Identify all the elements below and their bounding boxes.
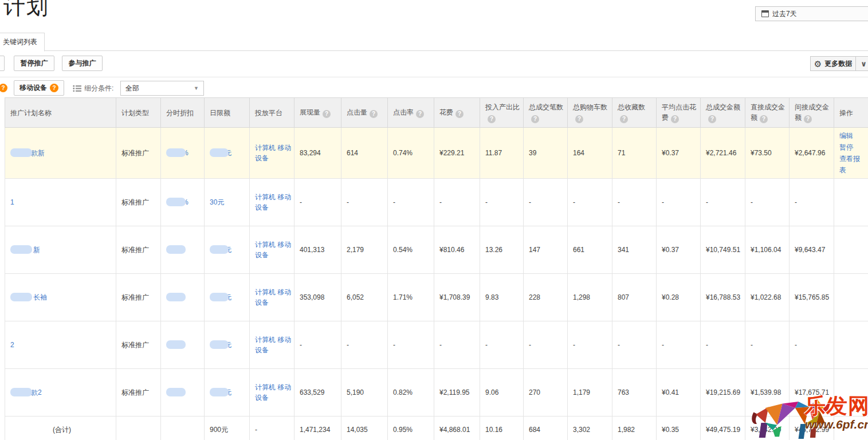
platform-link[interactable]: 计算机 移动设备 xyxy=(255,383,291,402)
help-icon[interactable]: ? xyxy=(455,110,464,118)
impressions-value: 353,098 xyxy=(300,293,324,301)
column-header-label: 点击率 xyxy=(393,108,414,116)
blurred-value-patch xyxy=(10,388,32,396)
campaign-name-link[interactable]: 1 xyxy=(10,198,14,206)
tabbar-divider xyxy=(0,50,868,51)
column-header-5: 投放平台 xyxy=(250,98,294,128)
platform-link[interactable]: 计算机 移动设备 xyxy=(255,241,291,259)
cell-actions xyxy=(834,369,868,417)
favorites-value: 71 xyxy=(618,149,625,157)
help-icon[interactable]: ? xyxy=(531,115,539,123)
campaign-name-link[interactable]: 2 xyxy=(10,341,14,349)
column-header-label: 计划类型 xyxy=(121,109,149,117)
cell-platform: 计算机 移动设备 xyxy=(250,274,294,321)
help-icon[interactable]: ? xyxy=(760,115,768,123)
cell-carts: 1,179 xyxy=(568,369,612,417)
platform-link[interactable]: 计算机 移动设备 xyxy=(255,288,291,307)
help-icon[interactable]: ? xyxy=(708,115,716,123)
segment-condition-select[interactable]: 全部 ▼ xyxy=(120,81,204,96)
tab-keyword-list-label: 关键词列表 xyxy=(3,37,37,47)
carts-value: 661 xyxy=(573,246,584,254)
cell-platform: 计算机 移动设备 xyxy=(250,128,294,179)
cell-ctr: 0.74% xyxy=(388,128,434,179)
help-icon-clipped[interactable]: ? xyxy=(0,84,7,92)
blurred-value-patch xyxy=(210,340,229,349)
platform-link[interactable]: 计算机 移动设备 xyxy=(255,144,291,162)
cell-campaign-name: 秋款2 xyxy=(5,369,116,417)
carts-value: 1,298 xyxy=(573,293,590,301)
tab-keyword-list[interactable]: 关键词列表 xyxy=(0,33,45,52)
table-row: 秋款2标准推广元计算机 移动设备633,5295,1900.82%¥2,119.… xyxy=(5,369,868,417)
cell-campaign-name: 长袖 xyxy=(5,274,116,321)
cell-totals-indirect-revenue: ¥45,732.99 xyxy=(790,417,834,440)
cell-direct-revenue: - xyxy=(745,321,790,369)
cell-carts: 661 xyxy=(568,226,612,274)
totals-label: (合计) xyxy=(10,425,113,435)
platform-link[interactable]: 计算机 移动设备 xyxy=(255,336,291,354)
indirect-revenue-value: ¥9,643.47 xyxy=(795,246,825,254)
help-icon[interactable]: ? xyxy=(323,110,331,118)
more-data-dropdown-button[interactable]: ∨ xyxy=(856,56,868,71)
cell-empty xyxy=(116,417,161,440)
column-header-8: 点击率? xyxy=(388,98,434,128)
campaign-name-link[interactable]: 长袖 xyxy=(33,293,47,301)
page-title: 计划 xyxy=(3,0,49,21)
clipped-left-button[interactable] xyxy=(0,56,5,71)
clicks-value: - xyxy=(347,198,349,206)
plan-type-value: 标准推广 xyxy=(121,198,149,206)
help-icon[interactable]: ? xyxy=(575,115,583,123)
more-data-control: ⚙ 更多数据 ∨ xyxy=(810,56,868,71)
cell-time-discount xyxy=(161,226,205,274)
mobile-device-filter-button[interactable]: 移动设备 ? xyxy=(14,80,64,96)
help-icon[interactable]: ? xyxy=(488,115,496,123)
help-icon-mobile-device[interactable]: ? xyxy=(50,84,58,92)
cell-cost: - xyxy=(434,321,480,369)
join-promotion-button[interactable]: 参与推广 xyxy=(62,56,103,71)
action-link-3[interactable]: 查看报表 xyxy=(839,153,866,176)
ctr-value: 0.82% xyxy=(393,388,413,396)
help-icon[interactable]: ? xyxy=(370,110,378,118)
column-header-label: 推广计划名称 xyxy=(10,109,52,117)
date-range-button[interactable]: 过去7天 xyxy=(755,6,868,21)
help-icon[interactable]: ? xyxy=(416,110,424,118)
orders-value: - xyxy=(529,341,531,349)
cell-avg-click-cost: ¥0.37 xyxy=(657,128,701,179)
total-revenue-value: - xyxy=(706,341,708,349)
cell-cost: - xyxy=(434,179,480,226)
total-revenue-value: ¥16,788.53 xyxy=(706,293,740,301)
cell-ctr: - xyxy=(388,179,434,226)
cell-clicks: 5,190 xyxy=(341,369,388,417)
direct-revenue-value: ¥73.50 xyxy=(751,149,772,157)
help-icon[interactable]: ? xyxy=(620,115,628,123)
cell-totals-impressions: 1,471,234 xyxy=(294,417,341,440)
blurred-value-patch xyxy=(210,148,229,157)
cell-clicks: 2,179 xyxy=(341,226,388,274)
indirect-revenue-value: ¥17,675.71 xyxy=(795,388,829,396)
column-header-11: 总成交笔数? xyxy=(524,98,568,128)
platform-link[interactable]: 计算机 移动设备 xyxy=(255,193,291,211)
action-link-1[interactable]: 编辑 xyxy=(839,130,866,142)
help-icon[interactable]: ? xyxy=(671,115,679,123)
pause-promotion-button[interactable]: 暂停推广 xyxy=(14,56,54,71)
total-revenue-value: - xyxy=(706,198,708,206)
cell-totals-ctr: 0.95% xyxy=(388,417,434,440)
table-row: 2标准推广元计算机 移动设备------------ xyxy=(5,321,868,369)
calendar-icon xyxy=(761,10,769,17)
favorites-value: - xyxy=(618,198,620,206)
action-link-2[interactable]: 暂停 xyxy=(839,142,866,153)
daily-limit-link[interactable]: 30元 xyxy=(210,198,224,206)
totals-orders-value: 684 xyxy=(529,426,540,434)
plan-type-value: 标准推广 xyxy=(121,388,149,396)
help-icon[interactable]: ? xyxy=(804,115,812,123)
segment-condition-value: 全部 xyxy=(125,84,139,93)
cell-actions xyxy=(834,179,868,226)
more-data-button[interactable]: ⚙ 更多数据 xyxy=(810,56,856,71)
carts-value: - xyxy=(573,341,575,349)
campaign-name-link[interactable]: 新 xyxy=(33,246,40,254)
segment-condition-label: 细分条件: xyxy=(84,84,113,93)
column-header-label: 平均点击花费 xyxy=(662,103,696,121)
roi-value: 9.83 xyxy=(485,293,498,301)
cell-carts: - xyxy=(568,321,612,369)
column-header-18: 操作 xyxy=(834,98,868,128)
column-header-label: 总购物车数 xyxy=(573,103,607,111)
